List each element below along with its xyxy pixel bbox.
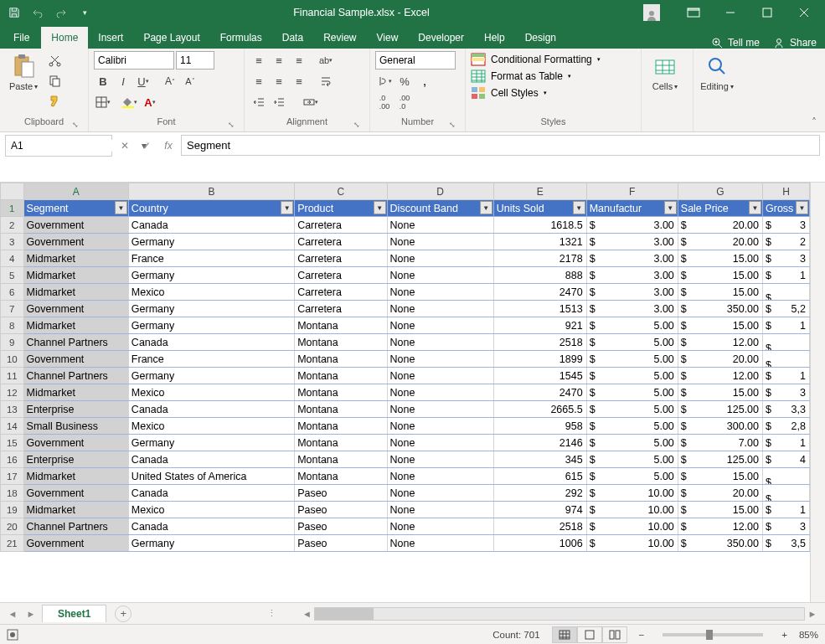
cell[interactable]: Midmarket: [23, 384, 128, 401]
cell[interactable]: Mexico: [128, 418, 294, 435]
cell[interactable]: 2518: [493, 518, 586, 535]
account-icon[interactable]: [627, 2, 676, 23]
cell[interactable]: 15.00: [678, 284, 762, 301]
cell[interactable]: None: [387, 317, 493, 334]
col-header-H[interactable]: H: [763, 183, 810, 200]
cell[interactable]: Enterprise: [23, 401, 128, 418]
copy-icon[interactable]: [45, 71, 64, 90]
cells-button[interactable]: Cells▾: [647, 51, 683, 91]
comma-icon[interactable]: ,: [415, 72, 434, 90]
cell[interactable]: 5.00: [586, 401, 678, 418]
filter-dropdown-icon[interactable]: ▼: [749, 201, 761, 214]
row-header[interactable]: 15: [1, 435, 24, 451]
row-header[interactable]: 11: [1, 368, 24, 384]
tab-insert[interactable]: Insert: [88, 27, 133, 49]
col-header-D[interactable]: D: [387, 183, 493, 200]
normal-view-icon[interactable]: [552, 626, 577, 643]
cell[interactable]: None: [387, 250, 493, 267]
cell[interactable]: 20.00: [678, 217, 762, 234]
row-header[interactable]: 12: [1, 384, 24, 401]
cell[interactable]: 3.00: [586, 301, 678, 317]
cell[interactable]: None: [387, 368, 493, 384]
tab-page-layout[interactable]: Page Layout: [133, 27, 209, 49]
zoom-slider[interactable]: [663, 633, 763, 636]
cell[interactable]: 5.00: [586, 418, 678, 435]
editing-button[interactable]: Editing▾: [699, 51, 735, 91]
cell[interactable]: 1618.5: [493, 217, 586, 234]
filter-dropdown-icon[interactable]: ▼: [374, 201, 386, 214]
row-header[interactable]: 9: [1, 334, 24, 351]
table-header-cell[interactable]: Country▼: [128, 200, 294, 217]
tab-data[interactable]: Data: [272, 27, 313, 49]
cell[interactable]: 350.00: [678, 535, 762, 552]
col-header-A[interactable]: A: [23, 183, 128, 200]
row-header[interactable]: 3: [1, 234, 24, 250]
cell[interactable]: 20.00: [678, 485, 762, 502]
merge-icon[interactable]: ▾: [296, 93, 325, 111]
cell[interactable]: 15.00: [678, 317, 762, 334]
cell[interactable]: France: [128, 351, 294, 368]
dialog-launcher-icon[interactable]: ⤡: [446, 119, 458, 131]
zoom-out-icon[interactable]: −: [639, 630, 645, 640]
table-header-cell[interactable]: Discount Band▼: [387, 200, 493, 217]
tab-help[interactable]: Help: [474, 27, 515, 49]
cell[interactable]: Midmarket: [23, 468, 128, 485]
cell[interactable]: 2518: [493, 334, 586, 351]
share-button[interactable]: Share: [766, 37, 823, 49]
filter-dropdown-icon[interactable]: ▼: [480, 201, 492, 214]
cell[interactable]: 1006: [493, 535, 586, 552]
cell[interactable]: Paseo: [295, 485, 387, 502]
cell[interactable]: Government: [23, 301, 128, 317]
col-header-G[interactable]: G: [678, 183, 762, 200]
decrease-decimal-icon[interactable]: .00.0: [395, 93, 414, 111]
cell[interactable]: None: [387, 418, 493, 435]
cell[interactable]: 4: [763, 451, 810, 468]
table-header-cell[interactable]: Sale Price▼: [678, 200, 762, 217]
cell[interactable]: 12.00: [678, 518, 762, 535]
cell[interactable]: Canada: [128, 451, 294, 468]
cell[interactable]: None: [387, 217, 493, 234]
decrease-font-icon[interactable]: A˅: [181, 72, 199, 90]
cell[interactable]: None: [387, 234, 493, 250]
cell[interactable]: None: [387, 384, 493, 401]
align-right-icon[interactable]: ≡: [290, 72, 308, 90]
cell[interactable]: Carretera: [295, 301, 387, 317]
cell[interactable]: Montana: [295, 384, 387, 401]
undo-icon[interactable]: [27, 2, 49, 23]
cell[interactable]: Montana: [295, 368, 387, 384]
cell[interactable]: [763, 351, 810, 368]
cell[interactable]: 1321: [493, 234, 586, 250]
enter-formula-icon[interactable]: ✓: [136, 135, 157, 157]
cell[interactable]: None: [387, 267, 493, 284]
cell[interactable]: 2470: [493, 384, 586, 401]
increase-decimal-icon[interactable]: .0.00: [375, 93, 394, 111]
cell[interactable]: None: [387, 468, 493, 485]
format-painter-icon[interactable]: [45, 91, 64, 110]
increase-indent-icon[interactable]: [270, 93, 288, 111]
cell[interactable]: Canada: [128, 334, 294, 351]
cell[interactable]: Paseo: [295, 535, 387, 552]
cell[interactable]: 5.00: [586, 468, 678, 485]
percent-icon[interactable]: %: [395, 72, 414, 90]
cell[interactable]: 5.00: [586, 451, 678, 468]
cell[interactable]: None: [387, 351, 493, 368]
wrap-text-icon[interactable]: [317, 72, 335, 90]
align-left-icon[interactable]: ≡: [250, 72, 268, 90]
cell[interactable]: 125.00: [678, 401, 762, 418]
cell[interactable]: Montana: [295, 468, 387, 485]
align-middle-icon[interactable]: ≡: [270, 51, 288, 70]
cell[interactable]: 10.00: [586, 518, 678, 535]
conditional-formatting-button[interactable]: Conditional Formatting▾: [471, 53, 601, 66]
cell[interactable]: Carretera: [295, 234, 387, 250]
save-icon[interactable]: [3, 2, 25, 23]
cell[interactable]: None: [387, 301, 493, 317]
close-icon[interactable]: [786, 1, 822, 24]
cell[interactable]: 5.00: [586, 351, 678, 368]
ribbon-display-icon[interactable]: [676, 1, 711, 24]
font-name-input[interactable]: [94, 51, 174, 70]
page-layout-view-icon[interactable]: [577, 626, 602, 643]
dialog-launcher-icon[interactable]: ⤡: [225, 119, 237, 131]
cell[interactable]: 3.00: [586, 267, 678, 284]
cell[interactable]: Government: [23, 217, 128, 234]
minimize-icon[interactable]: [713, 1, 748, 24]
